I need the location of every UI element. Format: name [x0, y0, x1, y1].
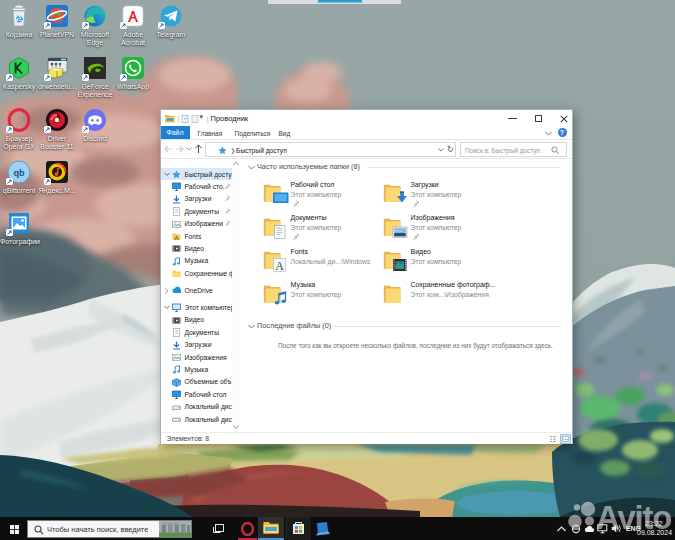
svg-text:qb: qb — [14, 168, 25, 178]
svg-text:A: A — [275, 259, 284, 273]
svg-text:A: A — [174, 235, 178, 241]
